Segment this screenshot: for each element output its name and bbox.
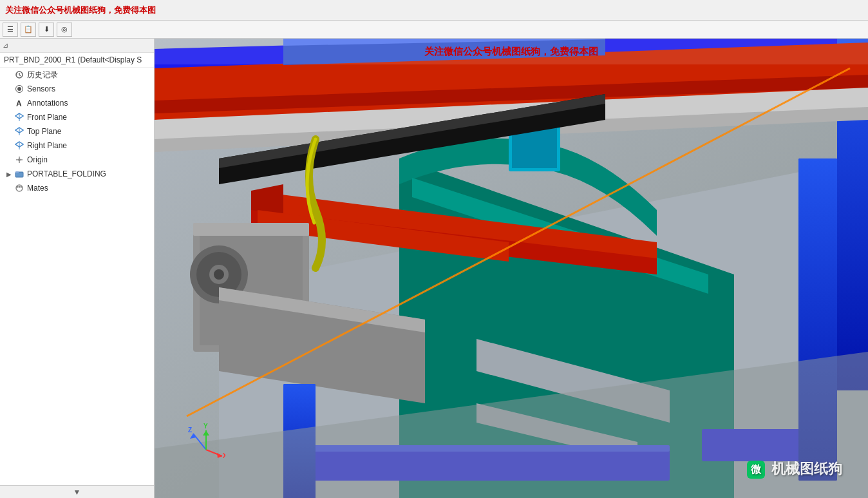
- left-panel-bottom: ▼: [0, 485, 154, 498]
- tree-item-right-plane[interactable]: Right Plane: [0, 139, 154, 153]
- history-label: 历史记录: [27, 70, 58, 81]
- tree-item-mates[interactable]: Mates: [0, 181, 154, 195]
- svg-point-17: [21, 186, 23, 188]
- svg-point-51: [214, 269, 224, 280]
- top-plane-expand: [5, 128, 13, 135]
- copy-button[interactable]: 📋: [21, 23, 36, 37]
- filter-bar: ⊿: [0, 39, 154, 53]
- svg-point-16: [19, 186, 21, 188]
- tree-item-top-plane[interactable]: Top Plane: [0, 124, 154, 139]
- origin-label: Origin: [27, 155, 48, 164]
- tree-item-sensors[interactable]: Sensors: [0, 82, 154, 96]
- mates-icon: [14, 183, 24, 193]
- tree-item-annotations[interactable]: A Annotations: [0, 96, 154, 110]
- sensors-label: Sensors: [27, 84, 55, 93]
- annotations-icon: A: [14, 98, 24, 108]
- svg-point-12: [18, 158, 21, 161]
- svg-point-1: [17, 87, 21, 91]
- front-plane-label: Front Plane: [27, 113, 67, 122]
- tree-item-history[interactable]: 历史记录: [0, 68, 154, 82]
- right-plane-expand: [5, 142, 13, 149]
- folder-icon: [14, 169, 24, 179]
- svg-point-15: [17, 186, 19, 188]
- target-button[interactable]: ◎: [57, 23, 72, 37]
- tree-header: PRT_BND_2000_R1 (Default<Display S: [0, 53, 154, 68]
- front-plane-icon: [14, 112, 24, 122]
- top-plane-icon: [14, 126, 24, 137]
- sensors-expand: [5, 85, 13, 93]
- top-plane-label: Top Plane: [27, 127, 61, 136]
- viewport[interactable]: 关注微信公众号机械图纸狗，免费得本图 Z X Y 微 机械图纸狗: [155, 39, 868, 498]
- svg-rect-13: [15, 172, 23, 177]
- portable-folding-expand: ▶: [5, 170, 13, 178]
- annotations-expand: [5, 99, 13, 107]
- filter-icon: ⊿: [3, 41, 8, 50]
- mates-expand: [5, 184, 13, 192]
- tree-container[interactable]: 历史记录 Sensors A Ann: [0, 68, 154, 485]
- right-plane-icon: [14, 140, 24, 151]
- main-layout: ⊿ PRT_BND_2000_R1 (Default<Display S 历史记…: [0, 39, 868, 498]
- left-panel: ⊿ PRT_BND_2000_R1 (Default<Display S 历史记…: [0, 39, 155, 498]
- menu-button[interactable]: ☰: [3, 23, 18, 37]
- annotations-label: Annotations: [27, 99, 68, 108]
- front-plane-expand: [5, 113, 13, 121]
- origin-expand: [5, 156, 13, 164]
- svg-text:A: A: [16, 99, 22, 108]
- 3d-scene: [155, 39, 868, 498]
- svg-rect-46: [193, 223, 309, 236]
- tree-item-portable-folding[interactable]: ▶ PORTABLE_FOLDING: [0, 167, 154, 181]
- right-plane-label: Right Plane: [27, 141, 67, 150]
- download-button[interactable]: ⬇: [39, 23, 54, 37]
- history-icon: [14, 70, 24, 80]
- title-text: 关注微信公众号机械图纸狗，免费得本图: [5, 5, 156, 16]
- portable-folding-label: PORTABLE_FOLDING: [27, 169, 106, 178]
- title-bar: 关注微信公众号机械图纸狗，免费得本图: [0, 0, 868, 21]
- mates-label: Mates: [27, 184, 48, 193]
- history-expand: [5, 71, 13, 79]
- toolbar: ☰ 📋 ⬇ ◎: [0, 21, 868, 39]
- tree-item-front-plane[interactable]: Front Plane: [0, 110, 154, 124]
- sensors-icon: [14, 84, 24, 94]
- origin-icon: [14, 155, 24, 165]
- tree-item-origin[interactable]: Origin: [0, 153, 154, 167]
